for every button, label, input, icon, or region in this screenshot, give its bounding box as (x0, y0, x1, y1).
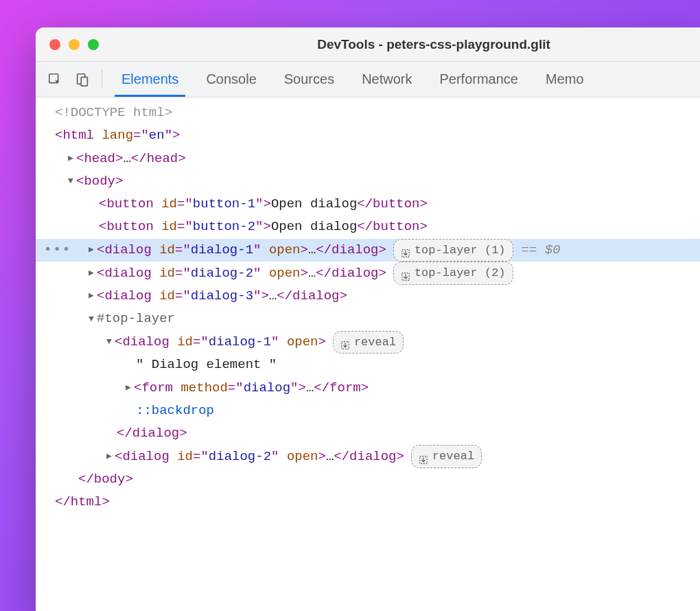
tl-dialog1-code: <dialog id="dialog-1" open> (115, 331, 326, 354)
top-layer-badge[interactable]: top-layer (1) (393, 239, 513, 262)
dom-tree[interactable]: <!DOCTYPE html> <html lang="en"> ▶ <head… (36, 97, 700, 611)
dom-doctype[interactable]: <!DOCTYPE html> (36, 102, 700, 124)
button1-code: <button id="button-1">Open dialog</butto… (99, 193, 428, 216)
dialog1-code: <dialog id="dialog-1" open>…</dialog> (97, 239, 386, 262)
button2-code: <button id="button-2">Open dialog</butto… (99, 216, 428, 238)
dom-button-2[interactable]: <button id="button-2">Open dialog</butto… (36, 216, 700, 238)
dom-tl-dialog-close[interactable]: </dialog> (36, 422, 700, 445)
toggle-icon[interactable]: ▶ (86, 266, 96, 281)
backdrop-pseudo: ::backdrop (136, 400, 214, 422)
tab-performance[interactable]: Performance (426, 62, 533, 97)
dom-body-open[interactable]: ▼ <body> (36, 170, 700, 193)
scroll-icon (340, 337, 350, 347)
tab-console[interactable]: Console (192, 62, 270, 97)
dom-dialog-1[interactable]: ••• ▶ <dialog id="dialog-1" open>…</dial… (36, 239, 700, 262)
traffic-lights (49, 39, 99, 50)
dom-head[interactable]: ▶ <head>…</head> (36, 148, 700, 170)
toggle-icon[interactable]: ▶ (86, 242, 96, 258)
maximize-button[interactable] (88, 39, 99, 50)
dialog-close: </dialog> (117, 422, 187, 445)
toggle-icon[interactable]: ▶ (66, 151, 75, 167)
dom-body-close[interactable]: </body> (36, 468, 700, 491)
close-button[interactable] (49, 39, 60, 50)
html-close: </html> (55, 491, 110, 514)
inspect-icon[interactable] (41, 62, 69, 97)
toggle-icon[interactable]: ▼ (104, 334, 114, 350)
dialog-text: " Dialog element " (136, 354, 277, 376)
window-title: DevTools - peters-css-playground.glit (181, 37, 686, 52)
more-icon[interactable]: ••• (44, 239, 71, 262)
tab-elements[interactable]: Elements (108, 62, 192, 97)
dom-dialog-2[interactable]: ▶ <dialog id="dialog-2" open>…</dialog> … (36, 262, 700, 285)
minimize-button[interactable] (69, 39, 80, 50)
toggle-icon[interactable]: ▶ (124, 380, 133, 396)
reveal-badge[interactable]: reveal (411, 445, 482, 468)
dialog3-code: <dialog id="dialog-3">…</dialog> (97, 285, 347, 308)
dom-html-open[interactable]: <html lang="en"> (36, 124, 700, 147)
dom-tl-dialog-2[interactable]: ▶ <dialog id="dialog-2" open>…</dialog> … (36, 445, 700, 468)
toggle-icon[interactable]: ▶ (86, 288, 96, 304)
toggle-icon[interactable]: ▶ (104, 449, 114, 465)
separator (102, 70, 102, 89)
device-toggle-icon[interactable] (69, 62, 96, 97)
titlebar: DevTools - peters-css-playground.glit (36, 27, 700, 62)
head-code: <head>…</head> (76, 148, 186, 170)
dom-backdrop[interactable]: ::backdrop (36, 400, 700, 422)
dom-html-close[interactable]: </html> (36, 491, 700, 514)
tab-network[interactable]: Network (348, 62, 425, 97)
reveal-badge[interactable]: reveal (333, 331, 404, 354)
top-layer-label: #top-layer (97, 308, 175, 330)
console-ref: == $0 (522, 239, 561, 262)
devtools-window: DevTools - peters-css-playground.glit El… (36, 27, 700, 611)
svg-rect-2 (81, 77, 87, 86)
top-layer-badge[interactable]: top-layer (2) (393, 262, 513, 285)
scroll-icon (401, 245, 410, 255)
tab-sources[interactable]: Sources (270, 62, 348, 97)
toggle-icon[interactable]: ▼ (86, 312, 96, 327)
form-code: <form method="dialog">…</form> (134, 377, 369, 400)
dom-tl-text[interactable]: " Dialog element " (36, 354, 700, 376)
tab-memory[interactable]: Memo (532, 62, 598, 97)
dom-tl-dialog-1-open[interactable]: ▼ <dialog id="dialog-1" open> reveal (36, 331, 700, 354)
dom-button-1[interactable]: <button id="button-1">Open dialog</butto… (36, 193, 700, 216)
dom-tl-form[interactable]: ▶ <form method="dialog">…</form> (36, 377, 700, 400)
dom-top-layer[interactable]: ▼ #top-layer (36, 308, 700, 330)
dom-dialog-3[interactable]: ▶ <dialog id="dialog-3">…</dialog> (36, 285, 700, 308)
body-code: <body> (76, 170, 123, 193)
tl-dialog2-code: <dialog id="dialog-2" open>…</dialog> (115, 446, 404, 468)
dialog2-code: <dialog id="dialog-2" open>…</dialog> (97, 262, 386, 285)
scroll-icon (419, 452, 428, 461)
body-close: </body> (78, 468, 133, 491)
toggle-icon[interactable]: ▼ (66, 174, 75, 189)
html-code: <html lang="en"> (55, 124, 180, 147)
scroll-icon (401, 268, 410, 278)
tabbar: Elements Console Sources Network Perform… (36, 62, 700, 97)
